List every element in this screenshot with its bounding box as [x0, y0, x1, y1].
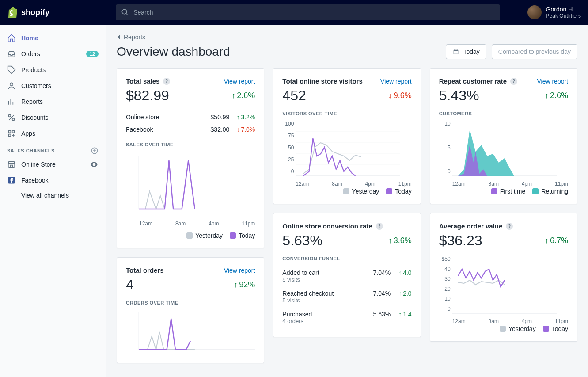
sidebar-item-label: Discounts — [21, 114, 48, 121]
repeat-delta: ↑2.6% — [545, 91, 568, 100]
sidebar-item-label: Orders — [21, 50, 40, 57]
breadcrumb-text: Reports — [124, 34, 145, 41]
card-title-text: Repeat customer rate — [439, 77, 507, 85]
chart-legend: Yesterday Today — [282, 188, 411, 195]
total-orders-value: 4 — [126, 277, 134, 293]
sidebar-item-label: Products — [21, 66, 46, 73]
sidebar-item-label: Home — [21, 34, 38, 42]
shopify-bag-icon — [7, 7, 18, 18]
card-title-text: Total orders — [126, 267, 164, 274]
chart-legend: Yesterday Today — [439, 325, 568, 332]
chart-legend: Yesterday Today — [126, 232, 255, 239]
topbar: shopify Gordon H. Peak Outfitters — [0, 0, 588, 25]
sidebar-item-customers[interactable]: Customers — [0, 78, 106, 94]
facebook-icon — [7, 176, 16, 185]
visitors-value: 452 — [282, 88, 306, 104]
sidebar-item-apps[interactable]: Apps — [0, 126, 106, 141]
orders-chart-label: ORDERS OVER TIME — [126, 300, 255, 305]
view-report-link[interactable]: View report — [224, 78, 255, 85]
user-menu[interactable]: Gordon H. Peak Outfitters — [520, 0, 581, 25]
sales-over-time-chart: 12am8am4pm11pm — [126, 152, 255, 227]
conversion-delta: ↑3.6% — [388, 236, 412, 245]
card-conversion: Online store conversion rate? 5.63% ↑3.6… — [273, 213, 421, 337]
conversion-value: 5.63% — [282, 232, 322, 249]
help-icon[interactable]: ? — [510, 78, 517, 85]
date-picker-button[interactable]: Today — [446, 44, 486, 59]
page-title: Overview dashboard — [117, 45, 230, 59]
search-wrap — [116, 4, 500, 20]
orders-over-time-chart — [126, 310, 255, 354]
sidebar: Home Orders 12 Products Customers Report… — [0, 25, 106, 377]
funnel-row: Added to cart5 visits7.04%↑ 4.0 — [282, 266, 411, 286]
repeat-value: 5.43% — [439, 88, 479, 104]
person-icon — [7, 81, 16, 90]
card-visitors: Total online store visitors View report … — [273, 68, 421, 204]
user-name: Gordon H. — [546, 6, 581, 13]
home-icon — [7, 34, 16, 42]
funnel-row: Reached checkout5 visits7.04%↑ 2.0 — [282, 286, 411, 307]
eye-icon[interactable] — [90, 160, 99, 169]
card-title-text: Total online store visitors — [282, 77, 362, 85]
bar-chart-icon — [7, 97, 16, 106]
sidebar-item-discounts[interactable]: Discounts — [0, 110, 106, 126]
sales-row-val: $50.99 — [211, 114, 230, 121]
svg-point-1 — [8, 114, 11, 117]
sidebar-channel-facebook[interactable]: Facebook — [0, 172, 106, 188]
breadcrumb[interactable]: Reports — [117, 34, 577, 41]
sidebar-item-reports[interactable]: Reports — [0, 94, 106, 110]
add-channel-icon[interactable] — [91, 147, 99, 155]
aov-value: $36.23 — [439, 232, 482, 249]
total-sales-value: $82.99 — [126, 88, 169, 104]
customers-chart-label: CUSTOMERS — [439, 111, 568, 116]
svg-point-0 — [10, 83, 13, 86]
aov-chart: $50403020100 12am8am4pm11pm — [439, 256, 568, 320]
compare-button[interactable]: Compared to previous day — [492, 44, 577, 59]
sidebar-item-home[interactable]: Home — [0, 30, 106, 46]
sales-row-delta: ↑3.2% — [236, 114, 255, 121]
card-total-sales: Total sales? View report $82.99 ↑2.6% On… — [117, 68, 264, 248]
user-store: Peak Outfitters — [546, 13, 581, 19]
sales-row-label: Online store — [126, 114, 159, 121]
sidebar-channel-online-store[interactable]: Online Store — [0, 156, 106, 172]
calendar-icon — [452, 48, 459, 55]
total-sales-delta: ↑2.6% — [231, 91, 255, 100]
main-content: Reports Overview dashboard Today Compare… — [106, 25, 588, 377]
sidebar-item-label: Facebook — [21, 177, 48, 184]
search-input[interactable] — [133, 9, 495, 16]
funnel-row: Purchased4 orders5.63%↑ 1.4 — [282, 307, 411, 328]
date-picker-label: Today — [463, 48, 479, 55]
help-icon[interactable]: ? — [163, 78, 170, 85]
chevron-left-icon — [117, 34, 121, 40]
card-title-text: Online store conversion rate — [282, 222, 372, 230]
channels-header-text: SALES CHANNELS — [7, 148, 55, 153]
sidebar-item-products[interactable]: Products — [0, 62, 106, 78]
search-icon — [121, 8, 129, 16]
view-report-link[interactable]: View report — [537, 78, 568, 85]
view-report-link[interactable]: View report — [380, 78, 412, 85]
aov-delta: ↑6.7% — [545, 236, 568, 245]
view-report-link[interactable]: View report — [224, 267, 255, 274]
orders-badge: 12 — [86, 51, 99, 57]
sales-row-delta: ↓7.0% — [236, 126, 255, 133]
sales-chart-label: SALES OVER TIME — [126, 142, 255, 147]
chart-legend: First time Returning — [439, 188, 568, 195]
card-total-orders: Total orders View report 4 ↑92% ORDERS O… — [117, 257, 264, 363]
logo: shopify — [7, 7, 106, 18]
card-title-text: Average order value — [439, 222, 503, 230]
sidebar-item-label: Reports — [21, 98, 43, 105]
avatar — [527, 5, 542, 19]
store-icon — [7, 160, 16, 169]
card-aov: Average order value? $36.23 ↑6.7% $50403… — [430, 213, 577, 342]
sidebar-item-orders[interactable]: Orders 12 — [0, 46, 106, 62]
sidebar-item-label: Apps — [21, 130, 35, 137]
total-orders-delta: ↑92% — [234, 280, 255, 289]
help-icon[interactable]: ? — [506, 223, 513, 230]
sidebar-item-label: Online Store — [21, 161, 56, 168]
customers-chart: 1050 12am8am4pm11pm — [439, 121, 568, 183]
view-all-channels[interactable]: View all channels — [0, 188, 106, 202]
search-box[interactable] — [116, 4, 500, 20]
help-icon[interactable]: ? — [376, 223, 383, 230]
brand-text: shopify — [21, 8, 49, 17]
channels-header: SALES CHANNELS — [0, 141, 106, 156]
percent-icon — [7, 113, 16, 122]
